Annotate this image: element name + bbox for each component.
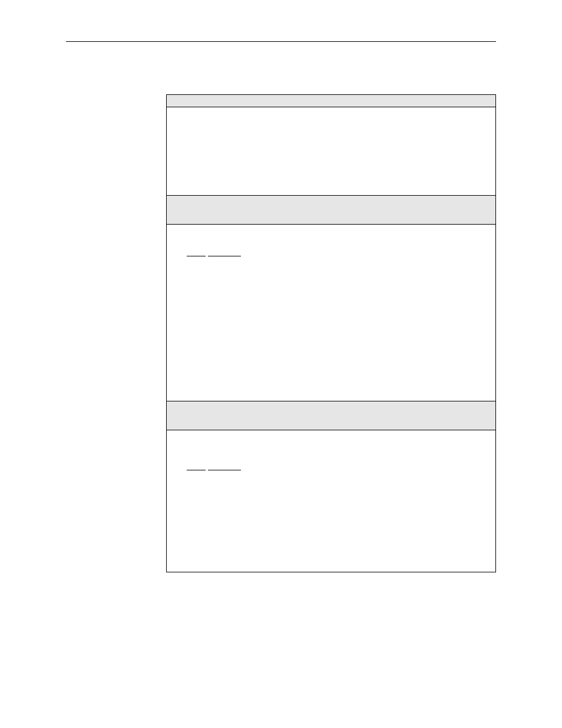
section-c-line-2 bbox=[187, 462, 487, 474]
section-c-body bbox=[167, 430, 495, 572]
content-table bbox=[166, 94, 496, 572]
blank-field-b1[interactable] bbox=[187, 248, 206, 256]
section-b-body bbox=[167, 225, 495, 401]
page-header bbox=[66, 24, 496, 38]
section-b-line-2 bbox=[187, 248, 487, 260]
section-a-body bbox=[167, 107, 495, 196]
blank-field-b2[interactable] bbox=[208, 248, 241, 256]
blank-field-c2[interactable] bbox=[208, 462, 241, 470]
page bbox=[0, 0, 562, 728]
header-rule bbox=[66, 41, 496, 42]
section-b-header bbox=[167, 196, 495, 225]
blank-field-c1[interactable] bbox=[187, 462, 206, 470]
section-a-header bbox=[167, 95, 495, 107]
section-c-header bbox=[167, 401, 495, 430]
